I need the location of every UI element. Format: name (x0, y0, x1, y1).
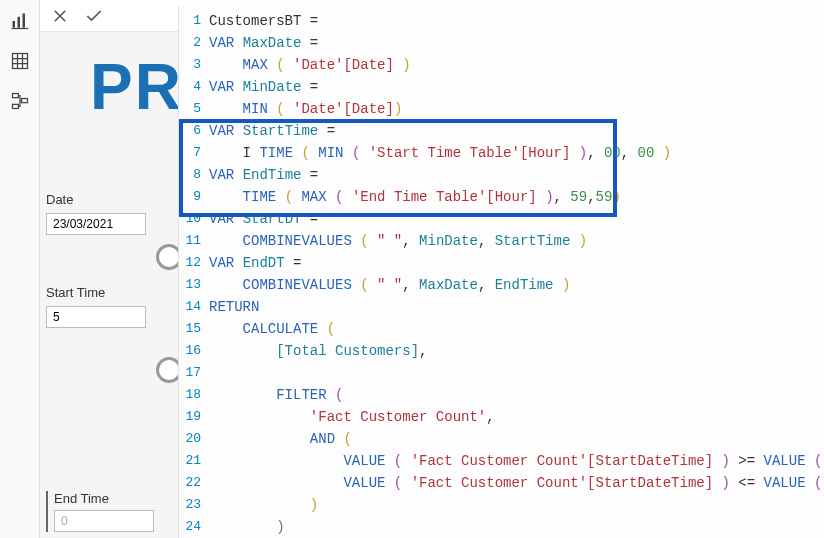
svg-rect-2 (22, 14, 25, 28)
close-icon[interactable] (50, 6, 70, 26)
line-number: 6 (183, 120, 209, 142)
line-number: 5 (183, 98, 209, 120)
line-number: 14 (183, 296, 209, 318)
svg-rect-3 (12, 54, 27, 69)
end-time-field[interactable] (54, 510, 154, 532)
svg-rect-5 (12, 104, 18, 108)
filter-panel: Date Start Time (46, 192, 176, 328)
svg-rect-4 (12, 94, 18, 98)
background-watermark: PR (90, 50, 183, 124)
line-number: 24 (183, 516, 209, 538)
line-number: 17 (183, 362, 209, 384)
text-cursor-icon: I (243, 145, 251, 161)
end-time-label: End Time (54, 491, 109, 506)
line-number: 2 (183, 32, 209, 54)
tree-icon[interactable] (9, 90, 31, 112)
line-number: 16 (183, 340, 209, 362)
line-number: 21 (183, 450, 209, 472)
date-label: Date (46, 192, 176, 207)
line-number: 1 (183, 10, 209, 32)
line-number: 20 (183, 428, 209, 450)
line-number: 18 (183, 384, 209, 406)
measure-name: CustomersBT (209, 13, 301, 29)
line-number: 7 (183, 142, 209, 164)
line-number: 19 (183, 406, 209, 428)
line-number: 9 (183, 186, 209, 208)
end-time-block: End Time (46, 491, 176, 532)
view-rail (0, 0, 40, 538)
bar-chart-icon[interactable] (9, 10, 31, 32)
svg-rect-6 (21, 99, 27, 103)
line-number: 15 (183, 318, 209, 340)
start-time-label: Start Time (46, 285, 176, 300)
svg-rect-1 (17, 17, 20, 28)
svg-rect-0 (12, 21, 15, 28)
date-field[interactable] (46, 213, 146, 235)
line-number: 3 (183, 54, 209, 76)
line-number: 4 (183, 76, 209, 98)
line-number: 12 (183, 252, 209, 274)
line-number: 22 (183, 472, 209, 494)
line-number: 10 (183, 208, 209, 230)
grid-icon[interactable] (9, 50, 31, 72)
line-number: 13 (183, 274, 209, 296)
line-number: 8 (183, 164, 209, 186)
start-time-field[interactable] (46, 306, 146, 328)
line-number: 11 (183, 230, 209, 252)
check-icon[interactable] (84, 6, 104, 26)
dax-editor[interactable]: 1CustomersBT = 2VAR MaxDate = 3 MAX ( 'D… (178, 6, 824, 538)
line-number: 23 (183, 494, 209, 516)
